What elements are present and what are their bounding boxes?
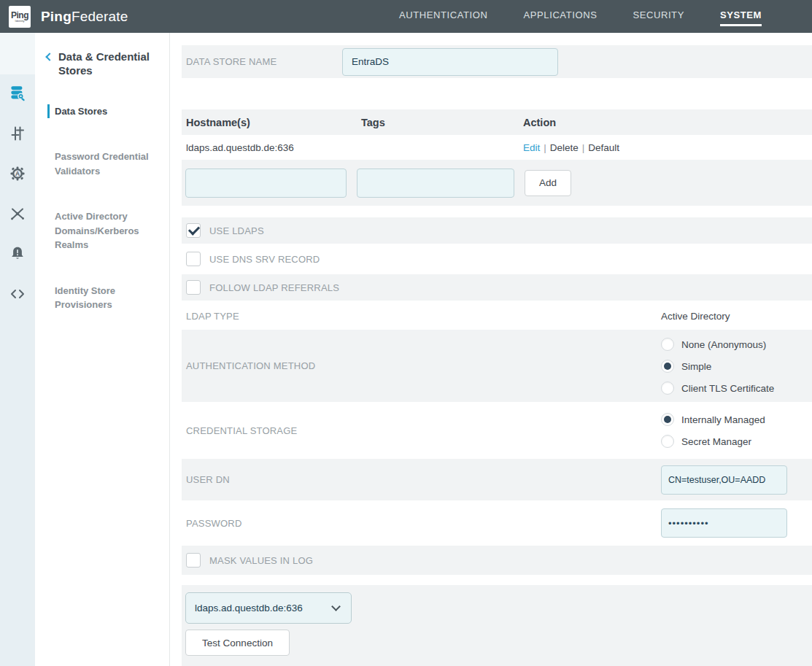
radio-icon xyxy=(661,382,674,395)
user-dn-input[interactable]: CN=testuser,OU=AADD xyxy=(661,465,787,495)
credential-storage-label: CREDENTIAL STORAGE xyxy=(186,425,297,436)
nav-security[interactable]: SECURITY xyxy=(633,7,684,26)
mask-values-checkbox[interactable] xyxy=(186,553,201,568)
rail-item-connections[interactable] xyxy=(0,195,35,235)
rail-item-server-settings[interactable] xyxy=(0,115,35,155)
sidebar-nav: Data Stores Password Credential Validato… xyxy=(47,104,162,312)
use-ldaps-row: USE LDAPS xyxy=(182,217,812,244)
sidebar-item-active-directory-domains[interactable]: Active Directory Domains/Kerberos Realms xyxy=(55,209,162,252)
data-store-name-row: DATA STORE NAME EntraDS xyxy=(182,45,812,78)
credential-storage-row: CREDENTIAL STORAGE Internally Managed Se… xyxy=(182,402,812,459)
hostname-cell: ldaps.ad.questdb.de:636 xyxy=(186,142,361,153)
column-header-tags: Tags xyxy=(361,117,523,128)
radio-label: Client TLS Certificate xyxy=(681,383,774,394)
rail-top-tile xyxy=(0,33,35,74)
column-header-action: Action xyxy=(523,117,812,128)
sidebar-item-identity-store-provisioners[interactable]: Identity Store Provisioners xyxy=(55,284,162,312)
use-dns-srv-label: USE DNS SRV RECORD xyxy=(209,254,320,265)
authentication-method-row: AUTHENTICATION METHOD None (Anonymous) S… xyxy=(182,330,812,402)
hostname-table-header: Hostname(s) Tags Action xyxy=(182,109,812,135)
data-store-name-input[interactable]: EntraDS xyxy=(342,48,558,76)
sidebar-item-data-stores[interactable]: Data Stores xyxy=(47,104,162,119)
data-stores-icon xyxy=(8,84,27,106)
sidebar-item-password-credential-validators[interactable]: Password Credential Validators xyxy=(55,150,162,178)
radio-icon xyxy=(661,360,674,373)
nav-authentication[interactable]: AUTHENTICATION xyxy=(399,7,488,26)
svg-text:A: A xyxy=(15,170,20,177)
mask-values-row: MASK VALUES IN LOG xyxy=(182,546,812,575)
app-title: PingFederate xyxy=(41,9,128,25)
radio-label: None (Anonymous) xyxy=(681,339,766,350)
tags-input[interactable] xyxy=(357,169,514,198)
radio-client-tls-certificate[interactable]: Client TLS Certificate xyxy=(661,377,774,399)
spacer xyxy=(182,206,812,217)
follow-ldap-referrals-row: FOLLOW LDAP REFERRALS xyxy=(182,274,812,301)
rail-item-data-stores[interactable] xyxy=(0,74,35,115)
action-separator: | xyxy=(544,142,546,153)
top-bar: Ping Identity PingFederate AUTHENTICATIO… xyxy=(0,0,812,33)
data-store-name-label: DATA STORE NAME xyxy=(186,56,342,67)
credential-storage-options: Internally Managed Secret Manager xyxy=(661,408,765,452)
use-ldaps-checkbox[interactable] xyxy=(186,223,201,238)
radio-none-anonymous[interactable]: None (Anonymous) xyxy=(661,333,774,355)
notifications-icon xyxy=(9,245,26,266)
user-dn-row: USER DN CN=testuser,OU=AADD xyxy=(182,459,812,500)
radio-icon xyxy=(661,338,674,351)
ping-identity-logo: Ping Identity xyxy=(9,6,31,28)
password-row: PASSWORD •••••••••• xyxy=(182,500,812,546)
rail-item-external-systems[interactable] xyxy=(0,275,35,315)
chevron-down-icon xyxy=(331,602,341,611)
chevron-left-icon xyxy=(45,53,53,61)
ldap-type-value: Active Directory xyxy=(661,311,730,322)
delete-link[interactable]: Delete xyxy=(550,142,579,153)
ldap-type-label: LDAP TYPE xyxy=(186,311,239,322)
radio-internally-managed[interactable]: Internally Managed xyxy=(661,408,765,430)
radio-icon xyxy=(661,435,674,448)
default-link[interactable]: Default xyxy=(588,142,619,153)
radio-label: Secret Manager xyxy=(681,436,751,447)
secondary-sidebar: Data & Credential Stores Data Stores Pas… xyxy=(35,33,170,666)
rail-item-administrative-accounts[interactable]: A xyxy=(0,155,35,195)
app-title-bold: Ping xyxy=(41,9,71,24)
connections-icon xyxy=(9,205,26,225)
column-header-hostnames: Hostname(s) xyxy=(186,117,361,128)
main-content: DATA STORE NAME EntraDS Hostname(s) Tags… xyxy=(170,33,812,666)
nav-applications[interactable]: APPLICATIONS xyxy=(524,7,598,26)
action-separator: | xyxy=(582,142,585,153)
authentication-method-label: AUTHENTICATION METHOD xyxy=(186,360,315,371)
use-dns-srv-checkbox[interactable] xyxy=(186,252,201,266)
sidebar-title: Data & Credential Stores xyxy=(58,50,162,78)
admin-gear-icon: A xyxy=(9,165,26,185)
use-ldaps-label: USE LDAPS xyxy=(209,225,264,236)
code-icon xyxy=(9,285,26,306)
password-label: PASSWORD xyxy=(186,518,241,529)
rail-item-notifications[interactable] xyxy=(0,235,35,275)
test-connection-button[interactable]: Test Connection xyxy=(185,630,290,656)
sliders-icon xyxy=(9,125,26,145)
logo-subtext: Identity xyxy=(15,20,25,23)
test-connection-section: ldaps.ad.questdb.de:636 Test Connection xyxy=(182,585,812,666)
app-title-light: Federate xyxy=(71,9,128,24)
radio-simple[interactable]: Simple xyxy=(661,355,774,377)
edit-link[interactable]: Edit xyxy=(523,142,540,153)
follow-ldap-referrals-checkbox[interactable] xyxy=(186,280,201,295)
radio-label: Internally Managed xyxy=(681,414,765,425)
action-cell: Edit|Delete|Default xyxy=(523,142,812,153)
sidebar-back-header[interactable]: Data & Credential Stores xyxy=(47,50,162,78)
use-dns-srv-row: USE DNS SRV RECORD xyxy=(182,245,812,273)
icon-rail: A xyxy=(0,33,35,666)
follow-ldap-referrals-label: FOLLOW LDAP REFERRALS xyxy=(209,282,339,293)
dropdown-selected-value: ldaps.ad.questdb.de:636 xyxy=(195,603,303,613)
hostname-select-dropdown[interactable]: ldaps.ad.questdb.de:636 xyxy=(185,592,352,624)
ldap-type-row: LDAP TYPE Active Directory xyxy=(182,302,812,330)
nav-system[interactable]: SYSTEM xyxy=(720,7,762,26)
top-navigation: AUTHENTICATION APPLICATIONS SECURITY SYS… xyxy=(399,7,812,26)
table-row: ldaps.ad.questdb.de:636 Edit|Delete|Defa… xyxy=(182,135,812,160)
radio-label: Simple xyxy=(681,361,711,372)
password-input[interactable]: •••••••••• xyxy=(661,508,787,538)
hostname-input[interactable] xyxy=(185,169,347,198)
add-hostname-row: Add xyxy=(182,160,812,206)
radio-secret-manager[interactable]: Secret Manager xyxy=(661,430,765,452)
user-dn-label: USER DN xyxy=(186,474,230,485)
add-button[interactable]: Add xyxy=(525,170,571,196)
